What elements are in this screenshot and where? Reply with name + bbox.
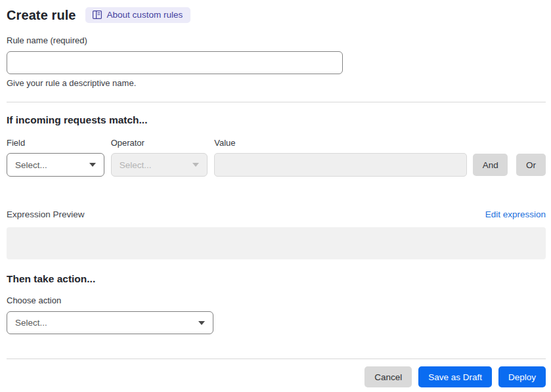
action-heading: Then take action...	[7, 273, 546, 285]
field-select-value: Select...	[15, 160, 47, 170]
field-column: Field Select...	[7, 138, 104, 177]
page-header: Create rule About custom rules	[7, 7, 546, 24]
operator-column: Operator Select...	[111, 138, 208, 177]
operator-label: Operator	[111, 138, 208, 148]
footer-actions: Cancel Save as Draft Deploy	[7, 366, 546, 387]
expression-preview-label: Expression Preview	[7, 209, 85, 219]
save-as-draft-button[interactable]: Save as Draft	[418, 366, 492, 387]
page-title: Create rule	[7, 8, 76, 23]
value-input	[214, 153, 467, 177]
chevron-down-icon	[198, 321, 205, 325]
operator-select-value: Select...	[120, 160, 152, 170]
choose-action-value: Select...	[15, 318, 47, 328]
chevron-down-icon	[192, 163, 199, 167]
and-button[interactable]: And	[473, 154, 508, 176]
deploy-button[interactable]: Deploy	[498, 366, 546, 387]
rule-name-label: Rule name (required)	[7, 35, 87, 45]
cancel-button[interactable]: Cancel	[364, 366, 412, 387]
match-heading: If incoming requests match...	[7, 114, 546, 126]
rule-name-section: Rule name (required) Give your rule a de…	[7, 34, 546, 88]
rule-name-help: Give your rule a descriptive name.	[7, 78, 546, 88]
choose-action-select[interactable]: Select...	[7, 311, 213, 334]
about-custom-rules-badge[interactable]: About custom rules	[85, 7, 191, 23]
operator-select: Select...	[111, 153, 208, 177]
choose-action-label: Choose action	[7, 295, 546, 305]
chevron-down-icon	[89, 163, 96, 167]
expression-header: Expression Preview Edit expression	[7, 209, 546, 219]
badge-label: About custom rules	[107, 10, 183, 20]
match-row: Field Select... Operator Select... Value…	[7, 138, 546, 177]
create-rule-page: Create rule About custom rules Rule name…	[0, 0, 551, 392]
value-label: Value	[214, 138, 467, 148]
field-select[interactable]: Select...	[7, 153, 104, 177]
footer-divider	[7, 359, 546, 359]
section-divider	[7, 102, 546, 102]
value-column: Value	[214, 138, 467, 177]
edit-expression-link[interactable]: Edit expression	[485, 209, 546, 219]
field-label: Field	[7, 138, 104, 148]
or-button[interactable]: Or	[516, 154, 546, 176]
expression-preview-box	[7, 227, 546, 259]
rule-name-input[interactable]	[7, 51, 343, 74]
book-icon	[93, 11, 102, 19]
